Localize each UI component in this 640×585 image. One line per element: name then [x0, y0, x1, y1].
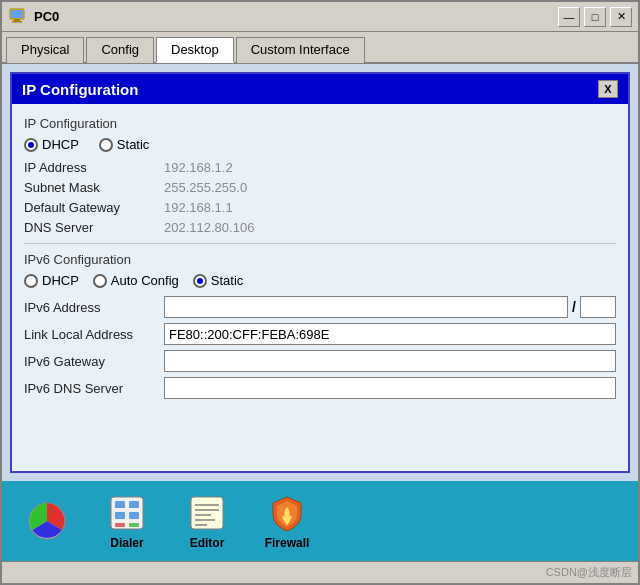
ipv4-dhcp-radio-btn[interactable]: [24, 138, 38, 152]
svg-rect-2: [12, 21, 22, 23]
tab-desktop[interactable]: Desktop: [156, 37, 234, 63]
ipv6-dns-row: IPv6 DNS Server: [24, 377, 616, 399]
svg-rect-10: [115, 523, 125, 527]
pie-chart-icon: [27, 501, 67, 541]
ipv6-section-label: IPv6 Configuration: [24, 252, 616, 267]
ipv6-mode-radio-group: DHCP Auto Config Static: [24, 273, 616, 288]
ipv6-gateway-row: IPv6 Gateway: [24, 350, 616, 372]
ip-config-body: IP Configuration DHCP Static IP Address: [12, 104, 628, 412]
ipv6-static-radio[interactable]: Static: [193, 273, 244, 288]
dialer-item[interactable]: Dialer: [92, 493, 162, 550]
ipv6-static-radio-btn[interactable]: [193, 274, 207, 288]
ipv6-auto-config-radio[interactable]: Auto Config: [93, 273, 179, 288]
ipv6-address-label: IPv6 Address: [24, 300, 164, 315]
ip-address-label: IP Address: [24, 160, 164, 175]
ipv6-address-input-group: /: [164, 296, 616, 318]
tab-bar: Physical Config Desktop Custom Interface: [2, 32, 638, 64]
dialer-icon: [107, 493, 147, 533]
svg-rect-6: [115, 501, 125, 508]
svg-rect-1: [14, 19, 20, 21]
ipv4-section-label: IP Configuration: [24, 116, 616, 131]
ipv6-address-row: IPv6 Address /: [24, 296, 616, 318]
subnet-mask-value: 255.255.255.0: [164, 180, 616, 195]
title-bar: PC0 — □ ✕: [2, 2, 638, 32]
ipv6-gateway-label: IPv6 Gateway: [24, 354, 164, 369]
section-divider: [24, 243, 616, 244]
ipv6-dns-input[interactable]: [164, 377, 616, 399]
ipv6-dns-label: IPv6 DNS Server: [24, 381, 164, 396]
subnet-mask-label: Subnet Mask: [24, 180, 164, 195]
ipv4-static-radio[interactable]: Static: [99, 137, 150, 152]
default-gateway-label: Default Gateway: [24, 200, 164, 215]
ipv6-dhcp-radio[interactable]: DHCP: [24, 273, 79, 288]
dns-server-label: DNS Server: [24, 220, 164, 235]
ipv6-static-label: Static: [211, 273, 244, 288]
ipv6-slash: /: [572, 299, 576, 315]
main-content: IP Configuration X IP Configuration DHCP…: [2, 64, 638, 561]
firewall-item[interactable]: Firewall: [252, 493, 322, 550]
ipv6-gateway-input[interactable]: [164, 350, 616, 372]
dialer-label: Dialer: [110, 536, 143, 550]
link-local-input[interactable]: [164, 323, 616, 345]
bottom-toolbar: Dialer Editor Firewal: [2, 481, 638, 561]
ip-config-panel: IP Configuration X IP Configuration DHCP…: [10, 72, 630, 473]
link-local-label: Link Local Address: [24, 327, 164, 342]
maximize-button[interactable]: □: [584, 7, 606, 27]
window-controls: — □ ✕: [558, 7, 632, 27]
status-bar: CSDN@浅度断层: [2, 561, 638, 583]
ipv6-auto-config-radio-btn[interactable]: [93, 274, 107, 288]
firewall-icon: [267, 493, 307, 533]
pie-chart-icon-item: [12, 501, 82, 541]
subnet-mask-row: Subnet Mask 255.255.255.0: [24, 180, 616, 195]
window-title: PC0: [34, 9, 558, 24]
ipv6-address-input[interactable]: [164, 296, 568, 318]
app-icon: [8, 7, 28, 27]
editor-label: Editor: [190, 536, 225, 550]
svg-rect-7: [129, 501, 139, 508]
svg-rect-11: [129, 523, 139, 527]
svg-rect-12: [191, 497, 223, 529]
editor-item[interactable]: Editor: [172, 493, 242, 550]
status-right-text: CSDN@浅度断层: [546, 565, 632, 580]
dns-server-value: 202.112.80.106: [164, 220, 616, 235]
dns-server-row: DNS Server 202.112.80.106: [24, 220, 616, 235]
ip-address-value: 192.168.1.2: [164, 160, 616, 175]
firewall-label: Firewall: [265, 536, 310, 550]
tab-config[interactable]: Config: [86, 37, 154, 63]
ipv6-prefix-input[interactable]: [580, 296, 616, 318]
ipv6-dhcp-label: DHCP: [42, 273, 79, 288]
editor-icon: [187, 493, 227, 533]
ipv4-static-label: Static: [117, 137, 150, 152]
link-local-row: Link Local Address: [24, 323, 616, 345]
svg-rect-3: [11, 10, 23, 18]
svg-rect-8: [115, 512, 125, 519]
ip-config-header: IP Configuration X: [12, 74, 628, 104]
tab-custom-interface[interactable]: Custom Interface: [236, 37, 365, 63]
default-gateway-row: Default Gateway 192.168.1.1: [24, 200, 616, 215]
ip-config-title: IP Configuration: [22, 81, 138, 98]
ipv4-static-radio-btn[interactable]: [99, 138, 113, 152]
close-window-button[interactable]: ✕: [610, 7, 632, 27]
ipv4-dhcp-label: DHCP: [42, 137, 79, 152]
minimize-button[interactable]: —: [558, 7, 580, 27]
tab-physical[interactable]: Physical: [6, 37, 84, 63]
svg-rect-9: [129, 512, 139, 519]
ip-address-row: IP Address 192.168.1.2: [24, 160, 616, 175]
ipv4-mode-radio-group: DHCP Static: [24, 137, 616, 152]
ipv6-dhcp-radio-btn[interactable]: [24, 274, 38, 288]
window: PC0 — □ ✕ Physical Config Desktop Custom…: [0, 0, 640, 585]
default-gateway-value: 192.168.1.1: [164, 200, 616, 215]
ipv4-dhcp-radio[interactable]: DHCP: [24, 137, 79, 152]
ipv6-auto-config-label: Auto Config: [111, 273, 179, 288]
ip-config-close-button[interactable]: X: [598, 80, 618, 98]
